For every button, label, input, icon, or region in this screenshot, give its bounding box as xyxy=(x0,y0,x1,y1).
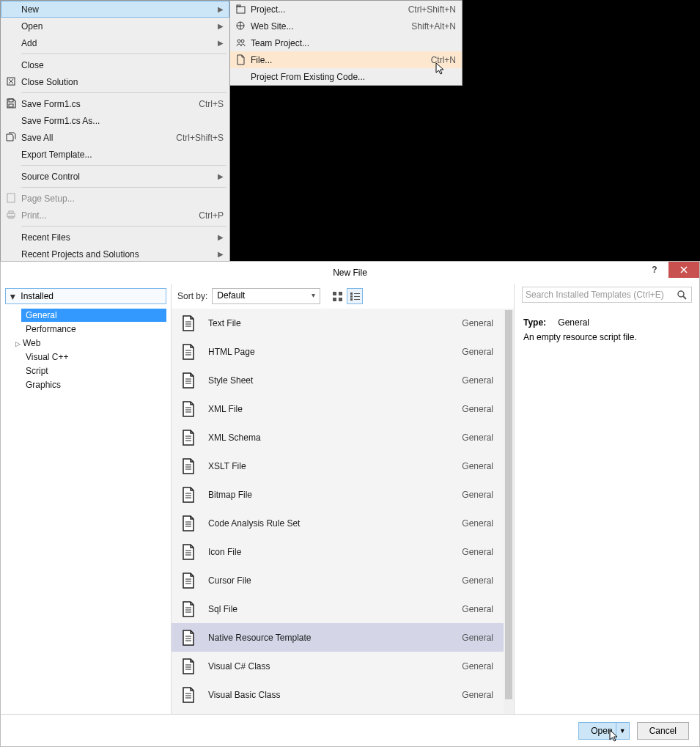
submenu-item[interactable]: Team Project... xyxy=(230,34,462,51)
submenu-item[interactable]: File...Ctrl+N xyxy=(230,51,462,68)
tree-item[interactable]: ▷Web xyxy=(21,336,166,350)
template-row[interactable]: Style SheetGeneral xyxy=(172,366,504,394)
template-row[interactable]: XML SchemaGeneral xyxy=(172,423,504,452)
template-name: Icon File xyxy=(208,547,462,557)
template-row[interactable]: HTML PageGeneral xyxy=(172,337,504,366)
svg-rect-19 xyxy=(350,295,353,298)
menu-separator xyxy=(21,54,226,54)
submenu-arrow-icon: ▶ xyxy=(218,39,224,47)
menu-item[interactable]: Close Solution xyxy=(1,73,229,90)
project-icon xyxy=(234,2,247,15)
template-row[interactable]: Sql FileGeneral xyxy=(172,595,504,623)
menu-separator xyxy=(21,165,226,166)
menu-item[interactable]: Print...Ctrl+P xyxy=(1,207,229,224)
submenu-item-label: Project... xyxy=(251,4,398,15)
menu-item[interactable]: Page Setup... xyxy=(1,190,229,207)
blank-icon xyxy=(234,70,247,83)
template-name: Style Sheet xyxy=(208,375,462,386)
template-list-toolbar: Sort by: Default xyxy=(172,284,514,309)
menu-item[interactable]: Open▶ xyxy=(1,18,229,34)
submenu-item[interactable]: Project...Ctrl+Shift+N xyxy=(230,1,462,18)
tree-item-label: Graphics xyxy=(26,380,61,390)
search-input[interactable] xyxy=(526,290,676,300)
menu-item[interactable]: Recent Projects and Solutions▶ xyxy=(1,246,229,262)
template-row[interactable]: Visual Basic ClassGeneral xyxy=(172,680,504,709)
template-icon xyxy=(179,514,198,533)
print-icon xyxy=(4,208,18,221)
template-row[interactable]: Cursor FileGeneral xyxy=(172,566,504,595)
template-row[interactable]: XSLT FileGeneral xyxy=(172,452,504,480)
svg-rect-18 xyxy=(354,293,360,294)
search-icon[interactable] xyxy=(676,290,688,300)
menu-item[interactable]: Close xyxy=(1,56,229,73)
menu-item[interactable]: New▶ xyxy=(1,1,229,18)
template-row[interactable]: Icon FileGeneral xyxy=(172,537,504,566)
menu-item-label: Save Form1.cs xyxy=(21,99,188,109)
submenu-item-shortcut: Ctrl+N xyxy=(431,55,456,65)
template-row[interactable]: Code Analysis Rule SetGeneral xyxy=(172,509,504,537)
menu-item-label: Save All xyxy=(21,133,166,143)
template-icon xyxy=(179,600,198,619)
tree-item[interactable]: Performance xyxy=(21,323,166,336)
submenu-item[interactable]: Project From Existing Code... xyxy=(230,68,462,85)
menu-item[interactable]: Source Control▶ xyxy=(1,168,229,185)
tree-item[interactable]: Script xyxy=(21,364,166,378)
template-row[interactable]: Text FileGeneral xyxy=(172,309,504,337)
blank-icon xyxy=(4,114,18,127)
template-category: General xyxy=(462,518,493,529)
close-button[interactable] xyxy=(668,262,699,278)
template-icon xyxy=(179,657,198,676)
template-row[interactable]: Visual C# ClassGeneral xyxy=(172,652,504,680)
tree-item[interactable]: Graphics xyxy=(21,378,166,391)
sort-by-dropdown[interactable]: Default xyxy=(212,288,320,304)
template-name: Native Resource Template xyxy=(208,633,462,643)
submenu-item[interactable]: Web Site...Shift+Alt+N xyxy=(230,18,462,34)
menu-separator xyxy=(21,226,226,227)
view-icons-button[interactable] xyxy=(329,288,345,304)
help-button[interactable]: ? xyxy=(648,263,661,276)
menu-item[interactable]: Recent Files▶ xyxy=(1,229,229,246)
open-button-dropdown[interactable]: ▼ xyxy=(616,723,629,739)
view-list-button[interactable] xyxy=(347,288,363,304)
dialog-body: ▶ Installed GeneralPerformance▷WebVisual… xyxy=(1,284,699,714)
template-row[interactable]: Bitmap FileGeneral xyxy=(172,480,504,509)
cancel-button[interactable]: Cancel xyxy=(637,722,689,740)
template-row[interactable]: Native Resource TemplateGeneral xyxy=(172,623,504,652)
sort-by-label: Sort by: xyxy=(177,291,207,301)
tree-header-installed[interactable]: ▶ Installed xyxy=(5,288,166,304)
template-scrollbar[interactable] xyxy=(504,309,514,714)
template-name: Code Analysis Rule Set xyxy=(208,518,462,529)
svg-rect-14 xyxy=(339,292,342,295)
svg-rect-13 xyxy=(333,292,336,295)
tree-item-label: Web xyxy=(23,338,40,348)
info-type-value: General xyxy=(558,317,589,328)
search-templates[interactable] xyxy=(522,287,692,303)
file-menu: New▶Open▶Add▶CloseClose SolutionSave For… xyxy=(0,0,230,285)
menu-item[interactable]: Export Template... xyxy=(1,146,229,163)
menu-item[interactable]: Add▶ xyxy=(1,34,229,51)
tree-item[interactable]: Visual C++ xyxy=(21,350,166,364)
tree-item[interactable]: General xyxy=(21,309,166,322)
template-list-wrap: Text FileGeneralHTML PageGeneralStyle Sh… xyxy=(172,309,514,714)
scrollbar-thumb[interactable] xyxy=(505,310,512,699)
tree-item-label: Visual C++ xyxy=(26,352,68,362)
info-type-label: Type: xyxy=(523,317,556,328)
save-icon xyxy=(4,97,18,110)
magnifier-icon xyxy=(677,290,687,300)
template-row[interactable]: XML FileGeneral xyxy=(172,394,504,423)
template-icon xyxy=(179,371,198,390)
template-category: General xyxy=(462,318,493,328)
submenu-item-shortcut: Shift+Alt+N xyxy=(411,21,456,32)
menu-item[interactable]: Save AllCtrl+Shift+S xyxy=(1,129,229,146)
submenu-item-label: Team Project... xyxy=(251,38,456,48)
template-category: General xyxy=(462,633,493,643)
open-button[interactable]: Open ▼ xyxy=(578,722,629,740)
submenu-arrow-icon: ▶ xyxy=(218,5,224,13)
template-name: Visual Basic Class xyxy=(208,690,462,700)
submenu-item-label: File... xyxy=(251,55,421,65)
menu-item[interactable]: Save Form1.cs As... xyxy=(1,112,229,129)
menu-item[interactable]: Save Form1.csCtrl+S xyxy=(1,95,229,112)
close-solution-icon xyxy=(4,75,18,88)
blank-icon xyxy=(4,36,18,49)
template-name: Bitmap File xyxy=(208,490,462,500)
